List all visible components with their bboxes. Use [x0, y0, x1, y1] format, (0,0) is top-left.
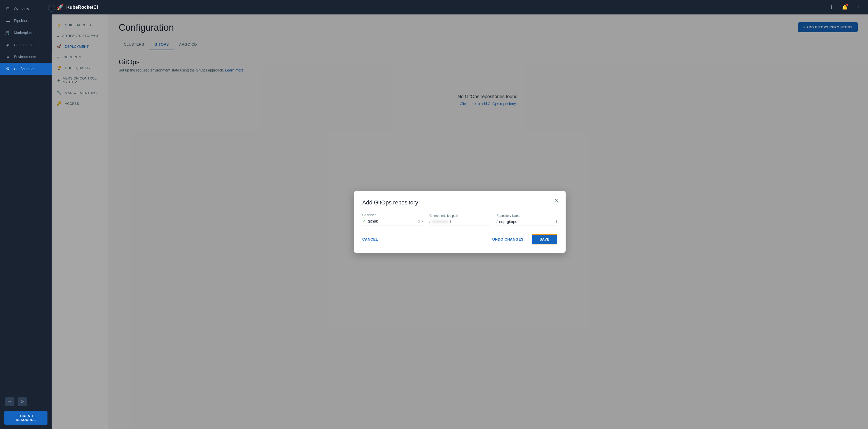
more-icon: ⋮ — [856, 4, 861, 10]
add-gitops-modal: Add GitOps repository ✕ Git server ✓ ℹ ▾ — [354, 191, 566, 253]
main-wrapper: 🚀 KubeRocketCI ℹ 🔔 ⋮ ⚡ QUICK ACCESS — [52, 0, 868, 429]
sidebar-item-label-configuration: Configuration — [14, 67, 35, 71]
modal-actions-right: UNDO CHANGES SAVE — [488, 234, 557, 244]
components-icon: ◈ — [5, 42, 10, 47]
sidebar-item-label-environments: Environments — [14, 55, 36, 59]
git-server-info-icon[interactable]: ℹ — [418, 219, 420, 223]
brand-name: KubeRocketCI — [66, 5, 98, 10]
cancel-button[interactable]: CANCEL — [362, 235, 378, 244]
git-repo-path-info-icon[interactable]: ℹ — [450, 219, 451, 224]
topbar: 🚀 KubeRocketCI ℹ 🔔 ⋮ — [52, 0, 868, 14]
sidebar-navigation: ⊞ Overview ▬ Pipelines 🛒 Marketplace ◈ C… — [0, 0, 52, 391]
settings-button[interactable]: ⚙ — [18, 397, 27, 406]
sidebar-item-configuration[interactable]: ⚙ Configuration — [0, 63, 52, 75]
modal-close-button[interactable]: ✕ — [552, 196, 560, 205]
create-resource-button[interactable]: + CREATE RESOURCE — [4, 411, 48, 425]
repository-name-input-row: / ℹ — [496, 219, 557, 226]
git-repo-path-label: Git repo relative path — [429, 214, 490, 218]
sidebar-bottom: ✏ ⚙ + CREATE RESOURCE — [0, 391, 52, 429]
modal-actions: CANCEL UNDO CHANGES SAVE — [362, 234, 557, 244]
git-server-check-icon: ✓ — [362, 218, 366, 224]
edit-button[interactable]: ✏ — [5, 397, 14, 406]
repository-name-field: Repository Name / ℹ — [496, 214, 557, 226]
sidebar-item-components[interactable]: ◈ Components — [0, 39, 52, 51]
undo-changes-button[interactable]: UNDO CHANGES — [488, 235, 528, 244]
info-icon: ℹ — [831, 4, 832, 10]
git-server-dropdown-icon[interactable]: ▾ — [421, 219, 423, 223]
environments-icon: ≡ — [5, 55, 10, 59]
notifications-button[interactable]: 🔔 — [840, 3, 849, 12]
pipelines-icon: ▬ — [5, 18, 10, 23]
sidebar-item-marketplace[interactable]: 🛒 Marketplace — [0, 27, 52, 39]
repository-name-prefix: / — [496, 219, 497, 224]
repository-name-input[interactable] — [499, 219, 554, 224]
sidebar-item-pipelines[interactable]: ▬ Pipelines — [0, 15, 52, 27]
git-server-label: Git server — [362, 213, 423, 217]
git-repo-path-prefix: / — [429, 219, 430, 224]
page-content: ⚡ QUICK ACCESS ≡ ARTIFACTS STORAGE 🚀 DEP… — [52, 14, 868, 429]
git-server-input-row: ✓ ℹ ▾ — [362, 218, 423, 226]
sidebar-item-label-overview: Overview — [14, 7, 29, 11]
git-server-field: Git server ✓ ℹ ▾ — [362, 213, 423, 226]
sidebar-item-label-components: Components — [14, 43, 34, 47]
sidebar-item-label-pipelines: Pipelines — [14, 19, 29, 23]
save-button[interactable]: SAVE — [532, 234, 557, 244]
close-icon: ✕ — [554, 197, 559, 204]
overview-icon: ⊞ — [5, 6, 10, 11]
git-server-input[interactable] — [368, 219, 417, 223]
sidebar-item-label-marketplace: Marketplace — [14, 31, 34, 35]
brand-icon: 🚀 — [57, 4, 64, 10]
repository-name-label: Repository Name — [496, 214, 557, 218]
notification-badge — [846, 4, 848, 6]
settings-icon: ⚙ — [20, 399, 24, 404]
sidebar-item-environments[interactable]: ≡ Environments — [0, 51, 52, 63]
sidebar-bottom-icons: ✏ ⚙ — [4, 395, 48, 408]
more-button[interactable]: ⋮ — [854, 3, 863, 12]
sidebar-collapse-button[interactable]: ‹ — [48, 5, 55, 12]
create-resource-label: + CREATE RESOURCE — [8, 414, 43, 422]
repository-name-info-icon[interactable]: ℹ — [556, 219, 557, 224]
sidebar: ‹ ⊞ Overview ▬ Pipelines 🛒 Marketplace ◈… — [0, 0, 52, 429]
git-repo-path-input-row: / •••••••••••• ℹ — [429, 219, 490, 226]
topbar-actions: ℹ 🔔 ⋮ — [827, 3, 863, 12]
info-button[interactable]: ℹ — [827, 3, 836, 12]
sidebar-item-overview[interactable]: ⊞ Overview — [0, 3, 52, 15]
git-repo-path-field: Git repo relative path / •••••••••••• ℹ — [429, 214, 490, 226]
marketplace-icon: 🛒 — [5, 30, 10, 35]
brand: 🚀 KubeRocketCI — [57, 4, 98, 10]
collapse-icon: ‹ — [51, 6, 52, 10]
modal-fields: Git server ✓ ℹ ▾ Git repo relative path … — [362, 213, 557, 226]
edit-icon: ✏ — [8, 399, 11, 404]
modal-overlay: Add GitOps repository ✕ Git server ✓ ℹ ▾ — [52, 14, 868, 429]
modal-title: Add GitOps repository — [362, 199, 557, 206]
configuration-icon: ⚙ — [5, 66, 10, 71]
git-repo-path-value: •••••••••••• — [432, 219, 448, 224]
